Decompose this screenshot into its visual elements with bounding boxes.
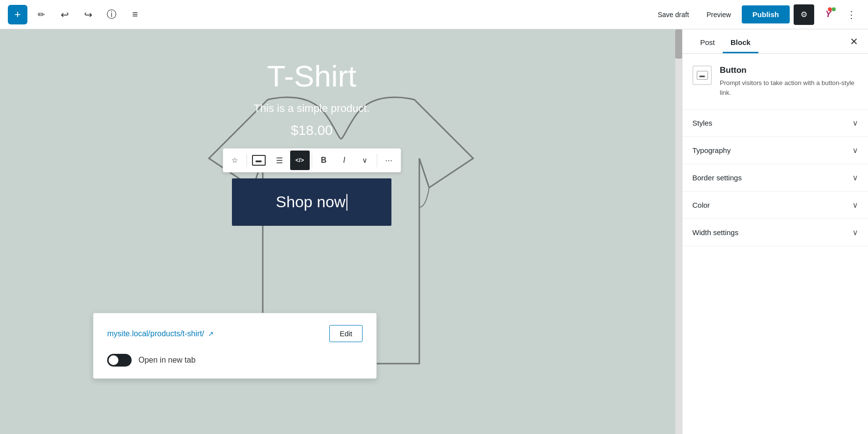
styles-chevron-icon: ∨: [852, 118, 858, 128]
toolbar-divider-3: [377, 153, 377, 167]
tab-post[interactable]: Post: [692, 29, 723, 53]
typography-chevron-icon: ∨: [852, 146, 858, 155]
toolbar-right: Save draft Preview Publish ⚙ Y ⋮: [651, 4, 860, 25]
gear-icon: ⚙: [800, 10, 807, 19]
color-chevron-icon: ∨: [852, 200, 858, 210]
toolbar-left: + ✏ ↩ ↪ ⓘ ≡: [8, 5, 647, 24]
external-link-icon: ↗: [208, 330, 214, 338]
toggle-slider: [107, 354, 132, 367]
typography-accordion-header[interactable]: Typography ∨: [683, 137, 868, 164]
block-name: Button: [720, 65, 858, 75]
star-button[interactable]: ☆: [225, 151, 245, 170]
block-info: ▬ Button Prompt visitors to take action …: [683, 54, 868, 109]
main-toolbar: + ✏ ↩ ↪ ⓘ ≡ Save draft Preview Publish ⚙…: [0, 0, 868, 29]
bold-button[interactable]: B: [314, 151, 334, 170]
border-settings-label: Border settings: [692, 174, 742, 182]
typography-section: Typography ∨: [683, 137, 868, 164]
toolbar-divider-1: [247, 153, 247, 167]
yoast-dot-red: [828, 7, 832, 11]
styles-label: Styles: [692, 119, 712, 127]
info-button[interactable]: ⓘ: [102, 5, 121, 24]
sidebar-close-button[interactable]: ✕: [846, 32, 862, 51]
undo-icon: ↩: [61, 9, 69, 21]
yoast-button[interactable]: Y: [818, 4, 839, 25]
text-cursor: [346, 194, 347, 211]
link-popup: mysite.local/products/t-shirt/ ↗ Edit Op…: [93, 313, 377, 379]
typography-label: Typography: [692, 146, 731, 154]
code-button[interactable]: </>: [290, 151, 310, 170]
yoast-dot-green: [832, 7, 836, 11]
styles-section: Styles ∨: [683, 109, 868, 137]
more-options-button[interactable]: ⋮: [843, 6, 860, 23]
editor-canvas: T-Shirt This is a simple product. $18.00…: [0, 29, 682, 434]
width-settings-section: Width settings ∨: [683, 219, 868, 246]
button-block-icon: ▬: [697, 71, 708, 80]
product-description: This is a simple product.: [253, 102, 369, 115]
link-row: mysite.local/products/t-shirt/ ↗ Edit: [107, 325, 363, 342]
border-settings-accordion-header[interactable]: Border settings ∨: [683, 164, 868, 191]
sidebar: Post Block ✕ ▬ Button Prompt visitors to…: [682, 29, 868, 434]
redo-button[interactable]: ↪: [78, 5, 98, 24]
toolbar-divider-2: [312, 153, 312, 167]
product-price: $18.00: [291, 123, 333, 138]
url-text: mysite.local/products/t-shirt/: [107, 329, 204, 338]
list-view-button[interactable]: ≡: [125, 5, 145, 24]
block-icon: ▬: [692, 65, 712, 85]
toggle-row: Open in new tab: [107, 354, 363, 367]
shop-now-button[interactable]: Shop now: [232, 178, 391, 226]
border-settings-chevron-icon: ∨: [852, 173, 858, 182]
button-icon: ▬: [252, 155, 266, 166]
shop-now-text: Shop now: [276, 193, 345, 211]
add-block-button[interactable]: +: [8, 5, 27, 24]
list-icon: ≡: [132, 9, 138, 20]
more-options-icon: ⋯: [385, 156, 392, 165]
open-new-tab-label: Open in new tab: [138, 356, 196, 365]
main-area: T-Shirt This is a simple product. $18.00…: [0, 29, 868, 434]
width-settings-chevron-icon: ∨: [852, 228, 858, 237]
button-type-button[interactable]: ▬: [249, 151, 269, 170]
chevron-down-icon: ∨: [362, 156, 367, 165]
code-icon: </>: [296, 157, 304, 164]
star-icon: ☆: [231, 156, 238, 165]
color-section: Color ∨: [683, 192, 868, 219]
sidebar-tabs: Post Block ✕: [683, 29, 868, 54]
more-block-options-button[interactable]: ⋯: [379, 151, 399, 170]
more-icon: ⋮: [846, 9, 856, 21]
color-label: Color: [692, 201, 710, 209]
edit-mode-button[interactable]: ✏: [31, 5, 51, 24]
align-icon: ☰: [276, 156, 283, 165]
undo-button[interactable]: ↩: [55, 5, 74, 24]
block-text: Button Prompt visitors to take action wi…: [720, 65, 858, 97]
link-url[interactable]: mysite.local/products/t-shirt/ ↗: [107, 329, 214, 338]
scrollbar-thumb[interactable]: [675, 29, 682, 59]
preview-button[interactable]: Preview: [700, 7, 738, 22]
styles-accordion-header[interactable]: Styles ∨: [683, 109, 868, 136]
tab-block[interactable]: Block: [723, 29, 758, 53]
open-new-tab-toggle[interactable]: [107, 354, 132, 367]
scrollbar-track[interactable]: [675, 29, 682, 434]
save-draft-button[interactable]: Save draft: [651, 7, 696, 22]
color-accordion-header[interactable]: Color ∨: [683, 192, 868, 218]
width-settings-accordion-header[interactable]: Width settings ∨: [683, 219, 868, 246]
italic-icon: I: [343, 156, 345, 165]
border-settings-section: Border settings ∨: [683, 164, 868, 192]
settings-button[interactable]: ⚙: [794, 4, 814, 25]
redo-icon: ↪: [84, 9, 92, 21]
block-description: Prompt visitors to take action with a bu…: [720, 78, 858, 97]
info-icon: ⓘ: [107, 8, 116, 21]
close-icon: ✕: [850, 36, 858, 47]
product-title: T-Shirt: [267, 59, 357, 93]
width-settings-label: Width settings: [692, 228, 738, 237]
pencil-icon: ✏: [38, 9, 45, 20]
align-button[interactable]: ☰: [270, 151, 289, 170]
block-toolbar: ☆ ▬ ☰ </> B I: [223, 148, 401, 173]
italic-button[interactable]: I: [335, 151, 354, 170]
more-text-formats-button[interactable]: ∨: [355, 151, 375, 170]
bold-icon: B: [321, 156, 327, 165]
edit-link-button[interactable]: Edit: [329, 325, 363, 342]
publish-button[interactable]: Publish: [742, 5, 790, 23]
